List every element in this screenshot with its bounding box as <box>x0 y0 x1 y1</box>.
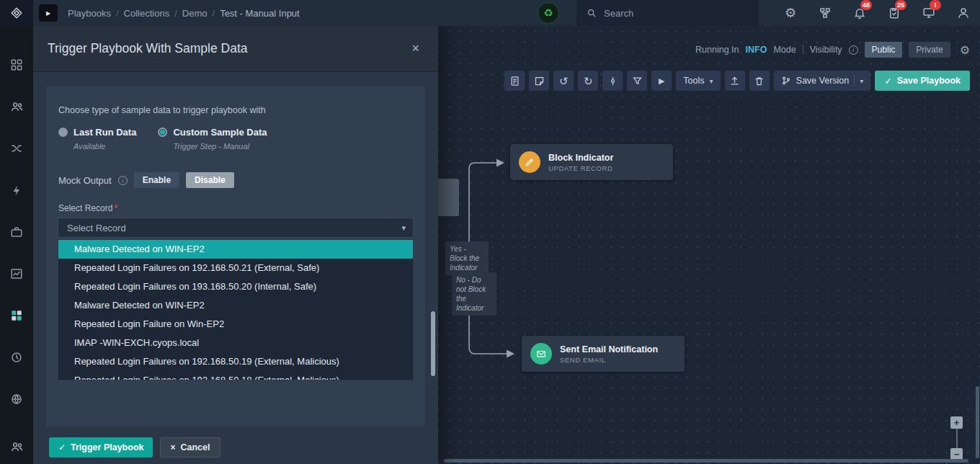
edge-label-no[interactable]: No - Do not Block the Indicator <box>452 272 496 316</box>
trigger-playbook-button[interactable]: ✓ Trigger Playbook <box>49 437 153 458</box>
sidebar-item-user-community[interactable] <box>9 440 24 454</box>
pending-tasks-button[interactable]: 25 <box>886 5 902 21</box>
select-record-label: Select Record* <box>58 203 414 213</box>
visibility-public-button[interactable]: Public <box>865 42 903 58</box>
sidebar-item-reports[interactable] <box>9 267 24 281</box>
chevron-down-icon: ▾ <box>401 223 406 233</box>
save-playbook-button[interactable]: ✓ Save Playbook <box>875 71 970 91</box>
visibility-info-icon[interactable]: i <box>849 45 858 55</box>
top-navigation-bar: ▶ Playbooks / Collections / Demo / Test … <box>0 0 980 26</box>
sidebar-item-resources[interactable] <box>9 225 24 239</box>
modal-header: Trigger Playbook With Sample Data × <box>33 26 438 72</box>
sidebar-item-content-hub[interactable] <box>9 308 24 323</box>
user-icon <box>957 6 970 19</box>
pending-tasks-badge: 25 <box>895 0 906 10</box>
lightning-icon <box>11 184 23 197</box>
save-version-button[interactable]: Save Version ▾ <box>774 71 871 91</box>
mock-disable-button[interactable]: Disable <box>186 172 234 188</box>
check-icon: ✓ <box>58 442 66 452</box>
breadcrumb-demo[interactable]: Demo <box>182 8 208 19</box>
system-monitor-button[interactable]: ! <box>921 5 937 21</box>
queue-management-button[interactable] <box>817 5 833 21</box>
sidebar-item-incidents[interactable] <box>9 99 24 114</box>
radio-selected-icon <box>158 128 167 137</box>
breadcrumb-separator: / <box>116 8 119 19</box>
playbook-settings-gear-icon[interactable]: ⚙ <box>960 43 970 57</box>
chevron-down-icon: ▾ <box>860 77 863 85</box>
search-input[interactable] <box>604 8 734 19</box>
notifications-button[interactable]: 48 <box>852 5 868 21</box>
record-option[interactable]: Repeated Login Failures on 192.168.50.18… <box>58 371 413 380</box>
designer-toolbar: ↺ ↻ ▶ Tools ▾ Save Version ▾ ✓ Save Play… <box>504 71 970 91</box>
record-option[interactable]: Repeated Login Failures on 192.168.50.21… <box>58 259 413 277</box>
node-sent-email-notification[interactable]: Sent Email Notification SEND EMAIL <box>522 336 685 372</box>
apps-grid-icon <box>10 309 23 322</box>
mock-output-info-icon[interactable]: i <box>118 176 128 185</box>
radio-sublabel: Available <box>74 142 136 151</box>
node-block-indicator[interactable]: Block Indicator UPDATE RECORD <box>510 144 673 180</box>
partially-hidden-node[interactable] <box>438 179 459 216</box>
briefcase-icon <box>10 226 23 238</box>
zoom-controls: + − <box>950 416 963 460</box>
modal-footer: ✓ Trigger Playbook × Cancel <box>49 437 438 458</box>
run-playbook-button[interactable]: ▶ <box>651 71 672 91</box>
execution-log-button[interactable] <box>504 71 525 91</box>
system-alert-badge: ! <box>930 0 941 10</box>
cancel-button[interactable]: × Cancel <box>160 437 220 458</box>
vertical-scrollbar[interactable] <box>976 386 979 458</box>
debug-icon <box>607 76 618 86</box>
log-mode-value: INFO <box>746 45 767 55</box>
radio-unselected-icon <box>58 128 68 137</box>
radio-custom-sample-data[interactable]: Custom Sample Data Trigger Step - Manual <box>158 127 267 151</box>
radio-last-run-data[interactable]: Last Run Data Available <box>58 127 136 151</box>
record-option[interactable]: Repeated Login Failures on 193.168.50.20… <box>58 277 413 296</box>
redo-button[interactable]: ↻ <box>578 71 598 91</box>
shuffle-icon <box>10 142 23 155</box>
node-subtitle: UPDATE RECORD <box>548 164 613 172</box>
record-option[interactable]: IMAP -WIN-EXCH.cyops.local <box>58 334 413 352</box>
sidebar-item-scheduler[interactable] <box>9 350 24 365</box>
expand-panel-button[interactable]: ▶ <box>39 4 58 22</box>
settings-button[interactable]: ⚙ <box>783 5 798 21</box>
record-option[interactable]: Malware Detected on WIN-EP2 <box>58 296 413 315</box>
people-icon <box>10 440 24 454</box>
breakpoint-icon <box>632 76 643 86</box>
tools-dropdown-button[interactable]: Tools ▾ <box>676 71 720 91</box>
select-placeholder: Select Record <box>67 223 126 233</box>
breakpoint-button[interactable] <box>627 71 647 91</box>
add-note-button[interactable] <box>529 71 549 91</box>
trigger-playbook-modal: Trigger Playbook With Sample Data × Choo… <box>33 26 438 464</box>
record-option[interactable]: Repeated Login Failure on Win-EP2 <box>58 315 413 334</box>
delete-button[interactable] <box>749 71 770 91</box>
visibility-private-button[interactable]: Private <box>909 42 950 58</box>
edge-label-yes[interactable]: Yes - Block the Indicator <box>445 241 489 275</box>
mock-enable-button[interactable]: Enable <box>134 172 179 188</box>
system-health-icon[interactable]: ♻ <box>538 2 559 24</box>
debug-button[interactable] <box>602 71 623 91</box>
horizontal-scrollbar[interactable] <box>444 459 968 463</box>
user-menu-button[interactable] <box>956 5 971 21</box>
zoom-slider[interactable] <box>956 429 958 448</box>
close-icon[interactable]: × <box>407 40 424 58</box>
dashboard-icon <box>10 58 23 71</box>
modal-scrollbar-thumb[interactable] <box>431 311 435 376</box>
sidebar-item-dashboard[interactable] <box>9 58 24 72</box>
sidebar-item-automation[interactable] <box>9 183 24 197</box>
export-button[interactable] <box>725 71 745 91</box>
select-record-dropdown[interactable]: Select Record ▾ <box>58 218 414 238</box>
modal-title: Trigger Playbook With Sample Data <box>48 41 248 56</box>
zoom-in-button[interactable]: + <box>950 416 963 429</box>
undo-button[interactable]: ↺ <box>553 71 574 91</box>
record-option[interactable]: Repeated Login Failures on 192.168.50.19… <box>58 352 413 371</box>
modal-content-panel: Choose type of sample data to trigger pl… <box>46 86 425 427</box>
required-asterisk: * <box>114 203 117 213</box>
sample-data-radio-group: Last Run Data Available Custom Sample Da… <box>58 127 414 151</box>
sidebar-item-playbooks[interactable] <box>9 141 24 156</box>
breadcrumb-separator: / <box>213 8 215 19</box>
breadcrumb-collections[interactable]: Collections <box>124 8 170 19</box>
breadcrumb-playbooks[interactable]: Playbooks <box>68 8 111 19</box>
expand-icon: ▶ <box>46 10 50 17</box>
app-logo[interactable] <box>0 0 33 26</box>
sidebar-item-threat-intel[interactable] <box>9 392 24 406</box>
record-option[interactable]: Malware Detected on WIN-EP2 <box>58 240 413 259</box>
